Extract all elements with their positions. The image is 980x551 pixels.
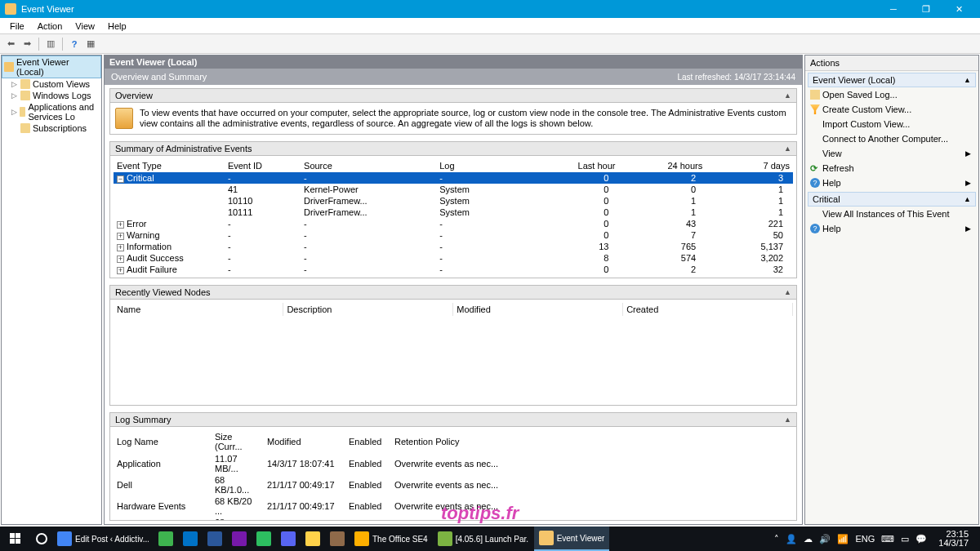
action-item[interactable]: ⟳Refresh bbox=[808, 161, 976, 176]
menu-help[interactable]: Help bbox=[101, 20, 133, 33]
tray-icon[interactable]: ☁ bbox=[804, 534, 813, 544]
taskbar-item[interactable] bbox=[227, 527, 252, 551]
tree-root[interactable]: Event Viewer (Local) bbox=[2, 56, 101, 78]
collapse-icon[interactable]: ▲ bbox=[784, 288, 791, 296]
collapse-icon[interactable]: ▲ bbox=[784, 91, 791, 100]
column-header[interactable]: Name bbox=[114, 303, 283, 316]
table-row[interactable]: 10111DriverFramew...System011 bbox=[114, 207, 793, 218]
close-button[interactable]: ✕ bbox=[942, 0, 975, 18]
action-item[interactable]: ?Help▶ bbox=[808, 221, 976, 236]
column-header[interactable]: Retention Policy bbox=[391, 430, 793, 453]
expand-icon[interactable]: + bbox=[117, 256, 124, 263]
start-button[interactable] bbox=[0, 527, 31, 551]
system-tray[interactable]: ˄ 👤 ☁ 🔊 📶 ENG ⌨ ▭ 💬 23:15 14/3/17 bbox=[768, 530, 980, 548]
expand-icon[interactable]: ▷ bbox=[11, 108, 17, 116]
table-row[interactable]: 41Kernel-PowerSystem001 bbox=[114, 184, 793, 195]
clock[interactable]: 23:15 14/3/17 bbox=[933, 530, 973, 548]
summary-table[interactable]: Event TypeEvent IDSourceLogLast hour24 h… bbox=[114, 159, 793, 275]
table-row[interactable]: Dell68 KB/1.0...21/1/17 00:49:17EnabledO… bbox=[114, 474, 793, 495]
taskbar[interactable]: Edit Post ‹ Addictiv...The Office SE4[4.… bbox=[0, 527, 980, 551]
taskbar-item[interactable] bbox=[203, 527, 227, 551]
column-header[interactable]: Event ID bbox=[225, 159, 301, 172]
tree-item[interactable]: ▷Windows Logs bbox=[2, 90, 101, 101]
collapse-icon[interactable]: ▲ bbox=[964, 195, 971, 203]
table-row[interactable]: 10110DriverFramew...System011 bbox=[114, 195, 793, 207]
table-row[interactable]: Internet Explorer68 KB/1.0...21/1/17 00:… bbox=[114, 517, 793, 521]
table-row[interactable]: Application11.07 MB/...14/3/17 18:07:41E… bbox=[114, 453, 793, 474]
menu-file[interactable]: File bbox=[3, 20, 31, 33]
table-row[interactable]: +Error---043221 bbox=[114, 218, 793, 229]
table-row[interactable]: +Audit Failure---0232 bbox=[114, 264, 793, 275]
column-header[interactable]: Size (Curr... bbox=[212, 430, 264, 453]
action-item[interactable]: ?Help▶ bbox=[808, 176, 976, 190]
tray-icon[interactable]: 📶 bbox=[837, 534, 849, 544]
actions-group-critical[interactable]: Critical ▲ bbox=[808, 192, 976, 207]
logsum-table[interactable]: Log NameSize (Curr...ModifiedEnabledRete… bbox=[114, 430, 793, 521]
taskbar-item[interactable]: [4.05.6] Launch Par... bbox=[433, 527, 534, 551]
column-header[interactable]: Log bbox=[436, 159, 531, 172]
taskbar-item[interactable] bbox=[252, 527, 276, 551]
overview-header[interactable]: Overview ▲ bbox=[109, 88, 797, 103]
actions-group-local[interactable]: Event Viewer (Local) ▲ bbox=[808, 73, 976, 87]
summary-header[interactable]: Summary of Administrative Events ▲ bbox=[109, 141, 797, 156]
properties-button[interactable]: ▦ bbox=[83, 37, 98, 51]
show-hide-tree-button[interactable]: ▥ bbox=[43, 37, 58, 51]
column-header[interactable]: 7 days bbox=[706, 159, 793, 172]
collapse-icon[interactable]: ▲ bbox=[784, 415, 791, 424]
taskbar-item[interactable] bbox=[325, 527, 350, 551]
expand-icon[interactable]: + bbox=[117, 244, 124, 251]
table-row[interactable]: −Critical---023 bbox=[114, 172, 793, 184]
column-header[interactable]: Description bbox=[283, 303, 453, 316]
action-item[interactable]: View▶ bbox=[808, 146, 976, 161]
tray-icon[interactable]: 🔊 bbox=[819, 534, 831, 544]
column-header[interactable]: 24 hours bbox=[618, 159, 706, 172]
menu-view[interactable]: View bbox=[69, 20, 101, 33]
expand-icon[interactable]: ▷ bbox=[11, 80, 18, 88]
recent-header[interactable]: Recently Viewed Nodes ▲ bbox=[109, 285, 797, 300]
action-item[interactable]: Create Custom View... bbox=[808, 102, 976, 117]
maximize-button[interactable]: ❐ bbox=[910, 0, 942, 18]
menu-action[interactable]: Action bbox=[31, 20, 69, 33]
minimize-button[interactable]: ─ bbox=[877, 0, 910, 18]
tree-item[interactable]: ▷Custom Views bbox=[2, 78, 101, 90]
tray-chevron-icon[interactable]: ˄ bbox=[774, 534, 779, 544]
action-item[interactable]: Connect to Another Computer... bbox=[808, 131, 976, 146]
logsum-header[interactable]: Log Summary ▲ bbox=[109, 412, 797, 427]
column-header[interactable]: Log Name bbox=[114, 430, 212, 453]
cortana-button[interactable] bbox=[31, 527, 52, 551]
back-button[interactable]: ⬅ bbox=[3, 37, 18, 51]
table-row[interactable]: +Information---137655,137 bbox=[114, 241, 793, 252]
taskbar-item[interactable] bbox=[154, 527, 178, 551]
recent-table[interactable]: NameDescriptionModifiedCreated bbox=[114, 303, 793, 316]
column-header[interactable]: Modified bbox=[453, 303, 623, 316]
column-header[interactable]: Created bbox=[623, 303, 793, 316]
taskbar-item[interactable] bbox=[178, 527, 203, 551]
forward-button[interactable]: ➡ bbox=[20, 37, 34, 51]
taskbar-item[interactable]: The Office SE4 bbox=[350, 527, 433, 551]
column-header[interactable]: Modified bbox=[264, 430, 345, 453]
tree-item[interactable]: Subscriptions bbox=[2, 122, 101, 134]
column-header[interactable]: Last hour bbox=[532, 159, 619, 172]
tray-notifications-icon[interactable]: 💬 bbox=[915, 534, 927, 544]
console-tree[interactable]: Event Viewer (Local) ▷Custom Views▷Windo… bbox=[1, 55, 102, 525]
table-row[interactable]: +Audit Success---85743,202 bbox=[114, 252, 793, 264]
tray-icon[interactable]: 👤 bbox=[786, 534, 797, 544]
taskbar-item[interactable] bbox=[276, 527, 301, 551]
collapse-icon[interactable]: ▲ bbox=[784, 144, 791, 153]
tray-lang[interactable]: ENG bbox=[855, 534, 875, 544]
tray-battery-icon[interactable]: ▭ bbox=[901, 534, 909, 544]
action-item[interactable]: View All Instances of This Event bbox=[808, 207, 976, 221]
column-header[interactable]: Source bbox=[301, 159, 436, 172]
tray-icon[interactable]: ⌨ bbox=[881, 534, 894, 544]
expand-icon[interactable]: + bbox=[117, 267, 124, 274]
taskbar-item[interactable]: Edit Post ‹ Addictiv... bbox=[52, 527, 154, 551]
expand-icon[interactable]: + bbox=[117, 221, 124, 229]
expand-icon[interactable]: ▷ bbox=[11, 91, 18, 100]
tree-item[interactable]: ▷Applications and Services Lo bbox=[2, 101, 101, 122]
column-header[interactable]: Enabled bbox=[345, 430, 391, 453]
collapse-icon[interactable]: ▲ bbox=[964, 76, 971, 84]
table-row[interactable]: Hardware Events68 KB/20 ...21/1/17 00:49… bbox=[114, 495, 793, 517]
taskbar-item[interactable] bbox=[301, 527, 325, 551]
action-item[interactable]: Import Custom View... bbox=[808, 117, 976, 131]
taskbar-item[interactable]: Event Viewer bbox=[534, 527, 610, 551]
